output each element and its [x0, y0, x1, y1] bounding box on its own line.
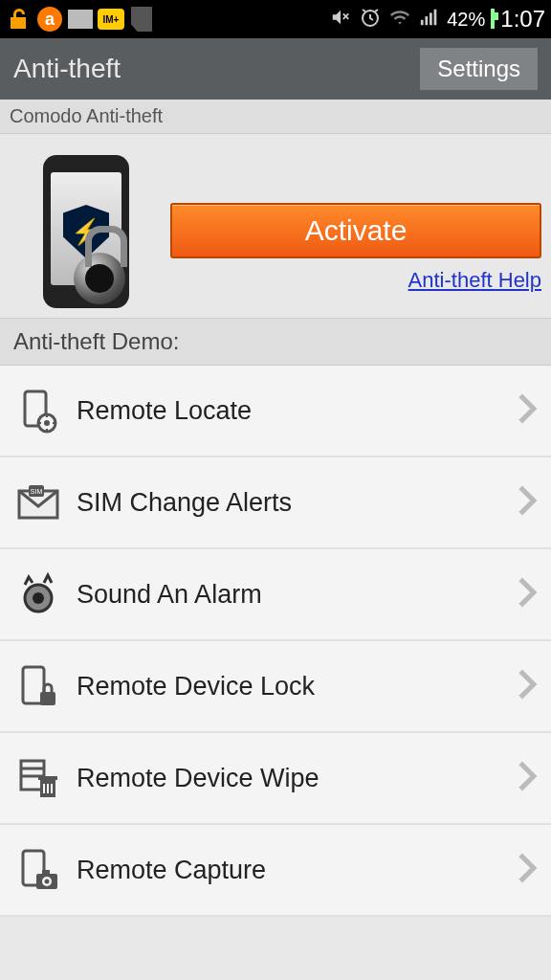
svg-rect-19	[38, 776, 57, 780]
chevron-right-icon	[517, 760, 538, 796]
chevron-right-icon	[517, 576, 538, 612]
wifi-icon	[387, 7, 412, 33]
mute-icon	[328, 7, 353, 33]
settings-button[interactable]: Settings	[420, 48, 538, 90]
row-label: Remote Locate	[77, 396, 252, 426]
svg-rect-4	[434, 9, 437, 25]
svg-rect-14	[40, 692, 55, 705]
row-label: Sound An Alarm	[77, 580, 262, 610]
row-label: Remote Device Wipe	[77, 764, 320, 793]
row-remote-lock[interactable]: Remote Device Lock	[0, 641, 551, 733]
grey-rect-icon	[67, 6, 94, 33]
demo-list: Remote Locate SIM SIM Change Alerts Soun…	[0, 366, 551, 917]
hero-section: ⚡ Activate Anti-theft Help	[0, 134, 551, 318]
alarm-icon	[359, 6, 382, 33]
chevron-right-icon	[517, 484, 538, 521]
anti-theft-help-link[interactable]: Anti-theft Help	[408, 268, 541, 293]
alarm-speaker-icon	[13, 569, 63, 619]
svg-rect-27	[42, 870, 50, 875]
phone-lock-icon	[13, 661, 63, 711]
phone-locate-icon	[13, 386, 63, 435]
lock-icon	[6, 6, 33, 33]
row-label: Remote Capture	[77, 856, 266, 885]
activate-button[interactable]: Activate	[170, 203, 541, 258]
phone-camera-icon	[13, 845, 63, 895]
phone-trash-icon	[13, 753, 63, 803]
title-bar: Anti-theft Settings	[0, 38, 551, 100]
page-title: Anti-theft	[13, 54, 121, 84]
row-label: SIM Change Alerts	[77, 488, 292, 518]
row-sound-alarm[interactable]: Sound An Alarm	[0, 549, 551, 641]
chevron-right-icon	[517, 392, 538, 429]
svg-point-12	[33, 592, 44, 604]
svg-rect-1	[421, 19, 424, 25]
clock: 1:07	[500, 6, 545, 33]
svg-point-26	[45, 880, 50, 884]
row-remote-wipe[interactable]: Remote Device Wipe	[0, 733, 551, 825]
row-remote-capture[interactable]: Remote Capture	[0, 825, 551, 917]
row-sim-change-alerts[interactable]: SIM SIM Change Alerts	[0, 457, 551, 549]
svg-rect-2	[426, 16, 429, 25]
sim-envelope-icon: SIM	[13, 478, 63, 527]
avast-icon: a	[36, 6, 63, 33]
svg-rect-3	[430, 12, 432, 25]
row-label: Remote Device Lock	[77, 672, 315, 702]
status-left-icons: a IM+	[6, 6, 155, 33]
svg-point-7	[44, 420, 50, 426]
signal-icon	[418, 7, 441, 33]
status-right-icons: 42% 1:07	[328, 6, 545, 33]
status-bar: a IM+ 42% 1:07	[0, 0, 551, 38]
phone-lock-illustration: ⚡	[10, 145, 163, 318]
sub-header: Comodo Anti-theft	[0, 100, 551, 134]
battery-percent: 42%	[447, 9, 485, 31]
chevron-right-icon	[517, 852, 538, 888]
demo-header: Anti-theft Demo:	[0, 318, 551, 366]
row-remote-locate[interactable]: Remote Locate	[0, 366, 551, 457]
note-icon	[128, 6, 155, 33]
battery-icon	[491, 11, 495, 28]
chevron-right-icon	[517, 668, 538, 704]
svg-text:SIM: SIM	[31, 488, 43, 495]
im-plus-icon: IM+	[98, 6, 124, 33]
